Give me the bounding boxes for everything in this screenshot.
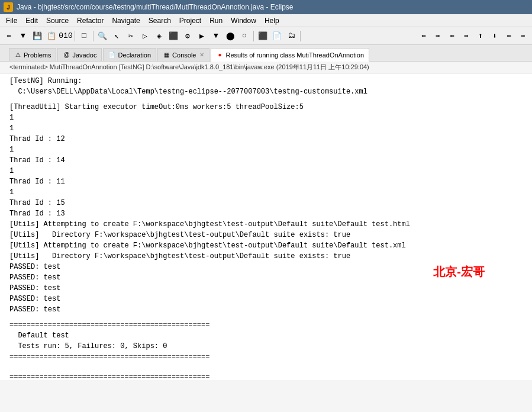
toolbar-btn-6[interactable]: 🔍 [96,30,109,43]
menu-bar: File Edit Source Refactor Navigate Searc… [0,14,532,27]
console-close-icon[interactable]: ✕ [199,52,204,58]
tab-javadoc-label: Javadoc [72,52,96,59]
results-icon: ● [216,52,223,59]
console-line-12: Thrad Id : 15 [9,198,527,208]
tab-console-label: Console [172,52,196,59]
tab-area: ⚠ Problems @ Javadoc 📄 Declaration ▦ Con… [0,45,532,62]
toolbar-btn-13[interactable]: ▶ [195,30,208,43]
window-title: Java - bjhgtest/src/com/course/testng/mu… [17,3,294,11]
toolbar-btn-18[interactable]: 📄 [270,30,283,43]
console-line-27: ========================================… [9,352,527,362]
menu-help[interactable]: Help [261,15,283,26]
status-bar: <terminated> MutiThreadOnAnnotion [TestN… [0,62,532,73]
console-line-13: Thrad Id : 13 [9,208,527,219]
menu-run[interactable]: Run [206,15,226,26]
toolbar-btn-nav-5[interactable]: ⬆ [474,30,487,43]
tab-javadoc[interactable]: @ Javadoc [57,48,102,61]
toolbar-btn-nav-4[interactable]: ➡ [460,30,473,43]
toolbar-sep-4 [300,31,301,41]
console-blank-4 [9,367,527,372]
tab-declaration[interactable]: 📄 Declaration [103,48,156,61]
console-line-9: 1 [9,166,527,176]
menu-edit[interactable]: Edit [22,15,41,26]
menu-file[interactable]: File [2,15,21,26]
app-icon: J [4,2,13,12]
menu-refactor[interactable]: Refactor [73,15,107,26]
tab-results[interactable]: ● Results of running class MutiThreadOnA… [211,48,369,62]
console-icon: ▦ [163,52,170,59]
console-line-5: 1 [9,123,527,134]
console-line-6: Thrad Id : 12 [9,134,527,144]
toolbar-btn-16[interactable]: ○ [238,30,251,43]
console-line-10: Thrad Id : 11 [9,176,527,187]
console-line-4: 1 [9,112,527,123]
console-line-11: 1 [9,187,527,198]
menu-project[interactable]: Project [176,15,205,26]
toolbar-btn-17[interactable]: ⬛ [256,30,269,43]
toolbar-btn-12[interactable]: ⚙ [181,30,194,43]
tab-results-label: Results of running class MutiThreadOnAnn… [225,52,364,59]
toolbar-btn-nav-8[interactable]: ➡ [517,30,530,43]
console-blank-2 [9,315,527,320]
console-line-30: ========================================… [9,372,527,380]
toolbar-btn-2[interactable]: ▼ [17,30,30,43]
toolbar-sep-3 [253,31,254,41]
toolbar-btn-1[interactable]: ⬅ [2,30,15,43]
console-line-25: Default test [9,330,527,341]
problems-icon: ⚠ [14,52,21,59]
toolbar-btn-nav-2[interactable]: ➡ [431,30,444,43]
toolbar-btn-8[interactable]: ✂ [124,30,137,43]
tab-problems-label: Problems [24,52,51,59]
toolbar-btn-nav-1[interactable]: ⬅ [417,30,430,43]
toolbar-btn-5[interactable]: □ [78,30,91,43]
console-area: [TestNG] Running: C:\Users\DELL\AppData\… [0,73,532,380]
menu-window[interactable]: Window [227,15,260,26]
console-line-0: [TestNG] Running: [9,76,527,86]
toolbar-btn-19[interactable]: 🗂 [285,30,298,43]
console-line-14: [Utils] Attempting to create F:\workspac… [9,219,527,230]
toolbar-btn-9[interactable]: ▷ [138,30,151,43]
toolbar-btn-4[interactable]: 010 [59,30,72,43]
console-line-19: PASSED: test [9,272,527,283]
console-blank-3 [9,362,527,367]
console-line-17: [Utils] Directory F:\workspace\bjhgtest\… [9,251,527,262]
console-line-22: PASSED: test [9,304,527,315]
console-line-15: [Utils] Directory F:\workspace\bjhgtest\… [9,230,527,240]
declaration-icon: 📄 [108,52,115,59]
console-line-16: [Utils] Attempting to create F:\workspac… [9,240,527,251]
terminated-status: <terminated> MutiThreadOnAnnotion [TestN… [9,63,369,72]
menu-source[interactable]: Source [43,15,72,26]
console-line-21: PASSED: test [9,294,527,304]
console-line-24: ========================================… [9,320,527,330]
toolbar-btn-nav-6[interactable]: ⬇ [488,30,501,43]
console-blank-1 [9,97,527,102]
console-line-8: Thrad Id : 14 [9,155,527,166]
toolbar-sep-2 [93,31,93,41]
menu-navigate[interactable]: Navigate [108,15,143,26]
tab-declaration-label: Declaration [118,52,151,59]
console-line-3: [ThreadUtil] Starting executor timeOut:0… [9,102,527,112]
toolbar-btn-11[interactable]: ⬛ [167,30,180,43]
tab-console[interactable]: ▦ Console ✕ [157,48,209,61]
console-line-20: PASSED: test [9,283,527,294]
toolbar: ⬅ ▼ 💾 📋 010 □ 🔍 ↖ ✂ ▷ ◈ ⬛ ⚙ ▶ ▼ ⬤ ○ ⬛ 📄 … [0,27,532,45]
toolbar-btn-7[interactable]: ↖ [110,30,123,43]
tab-problems[interactable]: ⚠ Problems [9,48,56,61]
javadoc-icon: @ [63,52,70,59]
toolbar-btn-10[interactable]: ◈ [153,30,166,43]
toolbar-btn-nav-7[interactable]: ⬅ [502,30,515,43]
toolbar-btn-15[interactable]: ⬤ [224,30,237,43]
toolbar-btn-save[interactable]: 💾 [31,30,44,43]
toolbar-btn-3[interactable]: 📋 [45,30,58,43]
console-line-26: Tests run: 5, Failures: 0, Skips: 0 [9,341,527,352]
console-line-7: 1 [9,144,527,155]
title-bar: J Java - bjhgtest/src/com/course/testng/… [0,0,532,14]
console-line-18: PASSED: test [9,262,527,272]
toolbar-btn-14[interactable]: ▼ [209,30,223,43]
menu-search[interactable]: Search [145,15,175,26]
toolbar-sep-1 [75,31,75,41]
toolbar-btn-nav-3[interactable]: ⬅ [446,30,459,43]
console-line-1: C:\Users\DELL\AppData\Local\Temp\testng-… [9,86,527,97]
